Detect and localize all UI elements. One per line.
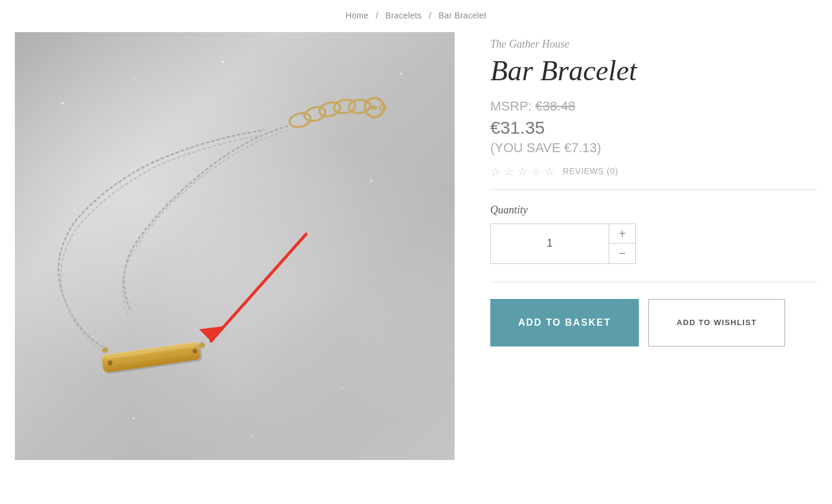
annotation-arrow (199, 234, 306, 341)
bracelet-illustration (15, 32, 455, 460)
svg-point-1 (61, 102, 64, 105)
svg-point-8 (252, 436, 254, 437)
product-image-bg (15, 32, 455, 460)
product-title: Bar Bracelet (490, 55, 817, 87)
brand-name: The Gather House (490, 38, 817, 51)
star-4: ☆ (531, 165, 543, 177)
star-5: ☆ (545, 165, 557, 177)
you-save: (YOU SAVE €7.13) (490, 140, 817, 156)
star-rating[interactable]: ☆ ☆ ☆ ☆ ☆ (490, 165, 557, 177)
breadcrumb-sep1: / (376, 11, 380, 20)
star-1: ☆ (490, 165, 502, 177)
breadcrumb: Home / Bracelets / Bar Bracelet (0, 0, 832, 26)
svg-point-3 (222, 61, 224, 63)
add-to-basket-button[interactable]: ADD TO BASKET (490, 299, 639, 346)
current-price: €31.35 (490, 118, 817, 138)
main-content: The Gather House Bar Bracelet MSRP: €38.… (0, 26, 832, 478)
add-to-wishlist-button[interactable]: ADD TO WISHLIST (648, 299, 785, 346)
reviews-section: ☆ ☆ ☆ ☆ ☆ REVIEWS (0) (490, 165, 817, 177)
reviews-label[interactable]: REVIEWS (0) (563, 166, 618, 176)
divider-top (490, 189, 817, 190)
quantity-decrease-button[interactable]: − (609, 244, 635, 263)
svg-point-5 (400, 73, 402, 75)
svg-point-6 (74, 210, 75, 212)
star-2: ☆ (504, 165, 516, 177)
divider-bottom (490, 282, 817, 282)
svg-rect-0 (15, 32, 455, 460)
breadcrumb-home[interactable]: Home (346, 11, 368, 20)
action-buttons: ADD TO BASKET ADD TO WISHLIST (490, 299, 817, 346)
msrp-line: MSRP: €38.48 (490, 99, 817, 114)
msrp-label: MSRP: (490, 99, 532, 114)
svg-line-28 (211, 234, 306, 341)
star-3: ☆ (518, 165, 530, 177)
svg-rect-20 (101, 342, 201, 373)
svg-point-27 (199, 342, 205, 348)
svg-point-7 (370, 179, 373, 182)
breadcrumb-bracelets[interactable]: Bracelets (386, 11, 422, 20)
quantity-buttons: + − (609, 224, 635, 263)
quantity-value: 1 (491, 224, 609, 263)
product-image-container (15, 32, 455, 460)
quantity-increase-button[interactable]: + (609, 224, 635, 244)
product-info: The Gather House Bar Bracelet MSRP: €38.… (490, 32, 817, 346)
quantity-stepper[interactable]: 1 + − (490, 223, 636, 264)
price-section: MSRP: €38.48 €31.35 (YOU SAVE €7.13) (490, 99, 817, 156)
svg-point-26 (102, 347, 108, 353)
svg-rect-18 (370, 106, 377, 109)
msrp-original-price: €38.48 (535, 99, 575, 114)
breadcrumb-sep2: / (429, 11, 434, 20)
svg-point-9 (133, 417, 135, 420)
svg-point-4 (311, 91, 313, 93)
svg-point-2 (133, 79, 135, 81)
quantity-label: Quantity (490, 204, 817, 216)
breadcrumb-current: Bar Bracelet (439, 11, 486, 20)
svg-point-10 (341, 388, 343, 390)
